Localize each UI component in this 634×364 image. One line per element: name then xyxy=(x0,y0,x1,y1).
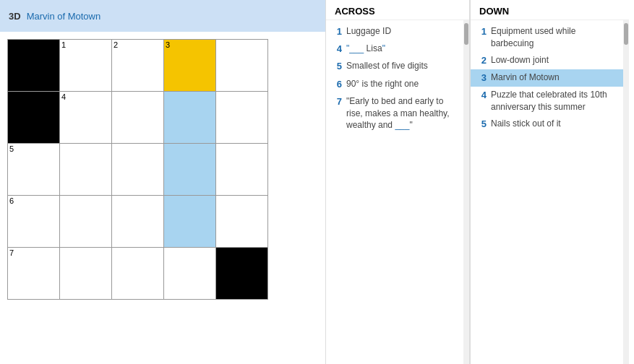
across-clue-num-4: 4 xyxy=(332,43,342,56)
cell-r5c2[interactable] xyxy=(60,248,112,300)
across-panel: ACROSS 1 Luggage ID 4 "___ Lisa" 5 Small… xyxy=(325,0,470,364)
across-clue-text-4: "___ Lisa" xyxy=(346,43,385,56)
cell-r5c4[interactable] xyxy=(164,248,216,300)
down-clue-1[interactable]: 1 Equipment used while barbecuing xyxy=(471,23,623,52)
across-clue-7[interactable]: 7 "Early to bed and early to rise, makes… xyxy=(326,93,463,134)
cell-r5c1[interactable]: 7 xyxy=(8,248,60,300)
cell-r2c2[interactable]: 4 xyxy=(60,92,112,144)
down-clue-list[interactable]: 1 Equipment used while barbecuing 2 Low-… xyxy=(471,20,623,364)
cell-r3c3[interactable] xyxy=(112,144,164,196)
cell-r3c4[interactable] xyxy=(164,144,216,196)
down-scroll-thumb[interactable] xyxy=(624,23,628,45)
across-clue-text-6: 90° is the right one xyxy=(346,78,419,91)
down-clue-text-2: Low-down joint xyxy=(491,54,549,67)
cell-r1c2[interactable]: 1 xyxy=(60,40,112,92)
cell-r4c4[interactable] xyxy=(164,196,216,248)
down-panel: DOWN 1 Equipment used while barbecuing 2… xyxy=(470,0,629,364)
down-clue-text-5: Nails stick out of it xyxy=(491,118,561,131)
cell-number-7: 7 xyxy=(9,249,14,257)
down-scroll-track[interactable] xyxy=(623,20,629,364)
cell-r5c3[interactable] xyxy=(112,248,164,300)
down-clue-num-1: 1 xyxy=(476,25,487,50)
down-clue-num-3: 3 xyxy=(476,72,487,84)
down-clue-5[interactable]: 5 Nails stick out of it xyxy=(471,116,623,133)
across-clue-4[interactable]: 4 "___ Lisa" xyxy=(326,40,463,58)
cell-number-5: 5 xyxy=(9,145,14,153)
cell-number-1: 1 xyxy=(61,41,66,49)
down-clue-num-4: 4 xyxy=(476,89,487,113)
cell-r3c1[interactable]: 5 xyxy=(8,144,60,196)
cell-r4c2[interactable] xyxy=(60,196,112,248)
cell-r3c2[interactable] xyxy=(60,144,112,196)
cell-r3c5[interactable] xyxy=(216,144,268,196)
across-header: ACROSS xyxy=(326,0,469,20)
across-clue-text-1: Luggage ID xyxy=(346,25,391,38)
cell-r4c3[interactable] xyxy=(112,196,164,248)
across-clue-6[interactable]: 6 90° is the right one xyxy=(326,76,463,93)
cell-r4c5[interactable] xyxy=(216,196,268,248)
cell-r2c3[interactable] xyxy=(112,92,164,144)
cell-r5c5[interactable] xyxy=(216,248,268,300)
down-scroll-wrapper: 1 Equipment used while barbecuing 2 Low-… xyxy=(471,20,629,364)
down-clue-num-2: 2 xyxy=(476,54,487,67)
down-clue-text-1: Equipment used while barbecuing xyxy=(491,25,617,50)
across-clue-num-1: 1 xyxy=(332,25,342,38)
down-clue-4[interactable]: 4 Puzzle that celebrated its 10th annive… xyxy=(471,87,623,116)
across-clue-1[interactable]: 1 Luggage ID xyxy=(326,23,463,40)
down-header: DOWN xyxy=(471,0,629,20)
cell-number-6: 6 xyxy=(9,197,14,205)
cell-number-3: 3 xyxy=(166,41,170,49)
clue-bar-text: Marvin of Motown xyxy=(27,11,101,22)
down-clue-text-4: Puzzle that celebrated its 10th annivers… xyxy=(491,89,617,113)
across-clue-text-7: "Early to bed and early to rise, makes a… xyxy=(346,95,458,131)
cell-number-4: 4 xyxy=(61,93,66,101)
across-clue-num-5: 5 xyxy=(332,60,342,73)
cell-r1c3[interactable]: 2 xyxy=(112,40,164,92)
across-clue-num-6: 6 xyxy=(332,78,342,91)
down-clue-text-3: Marvin of Motown xyxy=(491,72,560,84)
across-clue-num-7: 7 xyxy=(332,95,342,131)
across-clue-list[interactable]: 1 Luggage ID 4 "___ Lisa" 5 Smallest of … xyxy=(326,20,463,364)
cell-r4c1[interactable]: 6 xyxy=(8,196,60,248)
clue-bar-number: 3D xyxy=(9,11,21,22)
across-scroll-track[interactable] xyxy=(463,20,469,364)
cell-r2c4[interactable] xyxy=(164,92,216,144)
cell-number-2: 2 xyxy=(113,41,118,49)
across-clue-text-5: Smallest of five digits xyxy=(346,60,428,73)
crossword-grid: 1 2 3 4 xyxy=(7,39,268,300)
cell-r1c1[interactable] xyxy=(8,40,60,92)
clue-bar: 3D Marvin of Motown xyxy=(0,0,325,32)
across-scroll-wrapper: 1 Luggage ID 4 "___ Lisa" 5 Smallest of … xyxy=(326,20,469,364)
down-clue-2[interactable]: 2 Low-down joint xyxy=(471,52,623,69)
across-clue-5[interactable]: 5 Smallest of five digits xyxy=(326,58,463,75)
crossword-panel: 3D Marvin of Motown 1 2 3 xyxy=(0,0,325,364)
cell-r2c1[interactable] xyxy=(8,92,60,144)
cell-r1c5[interactable] xyxy=(216,40,268,92)
down-clue-3[interactable]: 3 Marvin of Motown xyxy=(471,69,623,87)
grid-container: 1 2 3 4 xyxy=(0,32,325,364)
cell-r2c5[interactable] xyxy=(216,92,268,144)
across-scroll-thumb[interactable] xyxy=(464,23,468,45)
cell-r1c4[interactable]: 3 xyxy=(164,40,216,92)
down-clue-num-5: 5 xyxy=(476,118,487,131)
